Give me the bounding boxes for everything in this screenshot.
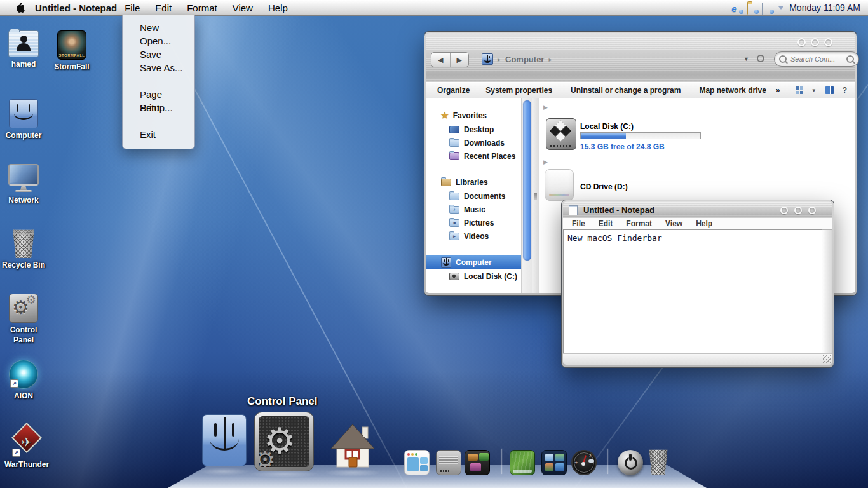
dock-item-finder[interactable] [202,414,247,466]
notepad-text-area[interactable]: New macOS Finderbar [563,229,823,353]
dock-item-hard-drive[interactable] [436,450,461,475]
notepad-tray-icon[interactable] [762,3,773,13]
desktop-preview-icon [510,450,535,475]
menu-format[interactable]: Format [179,3,225,13]
group-expander-icon[interactable]: ▶ [543,104,548,111]
menu-edit[interactable]: Edit [599,219,613,228]
sidebar-scrollbar-thumb[interactable] [523,100,531,261]
window-control-button[interactable] [780,207,788,214]
trash-icon [647,449,670,475]
menu-item-save[interactable]: Save [123,48,194,61]
window-controls[interactable] [797,38,832,46]
sidebar-item-pictures[interactable]: ■ Pictures [426,216,521,229]
window-control-button[interactable] [794,207,802,214]
menu-item-open[interactable]: Open... [123,34,194,48]
toolbar-map-network-drive[interactable]: Map network drive [699,86,766,95]
dock-item-control-panel[interactable]: ⚙⚙ [254,412,314,471]
sidebar-item-desktop[interactable]: Desktop [426,123,521,136]
clock[interactable]: Monday 11:09 AM [789,3,860,13]
toolbar-system-properties[interactable]: System properties [485,86,552,95]
sidebar-item-downloads[interactable]: Downloads [426,136,521,149]
sidebar-item-music[interactable]: ♪ Music [426,203,521,216]
window-controls[interactable] [780,207,816,214]
history-dropdown-icon[interactable]: ▼ [743,56,749,62]
search-box[interactable] [774,51,859,67]
dock-item-home[interactable] [329,422,376,471]
folder-tray-icon[interactable] [747,3,757,13]
sidebar-item-favorites[interactable]: ★ Favorites [426,109,521,122]
desktop-icon-stormfall[interactable]: STORMFALL StormFall [48,30,95,72]
notepad-horizontal-scrollbar[interactable] [563,353,832,365]
notepad-vertical-scrollbar[interactable] [822,229,832,353]
window-control-button[interactable] [824,38,832,46]
cd-drive-icon[interactable] [545,169,574,201]
search-input[interactable] [789,55,844,64]
dock-item-theme-window[interactable] [404,450,430,475]
notepad-titlebar[interactable]: Untitled - Notepad [563,201,832,218]
nav-buttons[interactable]: ◀ ▶ [431,52,469,67]
menu-file[interactable]: File [572,219,585,228]
toolbar-more-chevron[interactable]: » [776,86,780,95]
menu-item-save-as[interactable]: Save As... [123,61,194,74]
desktop-icon-label: Recycle Bin [0,261,47,271]
desktop-icon-control-panel[interactable]: ⚙⚙ Control Panel [0,294,47,345]
dock-item-power[interactable] [618,450,643,475]
desktop-icon-label: WarThunder [0,460,53,470]
dock-item-media-gallery[interactable] [465,450,490,475]
window-control-button[interactable] [811,38,819,46]
sidebar-item-local-disk[interactable]: Local Disk (C:) [426,269,521,283]
toolbar-uninstall-program[interactable]: Uninstall or change a program [571,86,681,95]
menu-help[interactable]: Help [696,219,712,228]
toolbar-organize[interactable]: Organize [437,86,470,95]
desktop-icon-warthunder[interactable]: ✈↗ WarThunder [0,422,53,470]
group-expander-icon[interactable]: ▶ [543,159,548,165]
sidebar-item-computer[interactable]: Computer [426,255,521,269]
menu-item-page-setup[interactable]: Page Setup... [123,88,194,101]
search-icon[interactable] [846,55,854,63]
menu-view[interactable]: View [665,219,682,228]
sidebar-item-documents[interactable]: Documents [426,189,521,203]
chevron-down-icon[interactable] [778,6,783,10]
sidebar-scrollbar-track[interactable] [521,98,533,293]
drive-name[interactable]: CD Drive (D:) [580,182,628,191]
preview-pane-icon[interactable] [825,86,834,94]
internet-explorer-icon[interactable]: e [731,3,742,13]
menu-edit[interactable]: Edit [147,3,179,13]
dock-item-app-tiles[interactable] [541,450,567,475]
view-dropdown-icon[interactable]: ▼ [811,88,817,93]
menu-help[interactable]: Help [261,3,295,13]
resize-grip[interactable] [823,355,831,363]
dock-item-dashboard[interactable]: ♪+ [571,450,597,475]
apple-logo-icon[interactable] [17,3,25,13]
back-button[interactable]: ◀ [431,53,451,67]
menu-format[interactable]: Format [626,219,652,228]
sidebar-item-libraries[interactable]: Libraries [426,175,521,189]
dock-item-trash[interactable] [647,449,670,475]
help-button[interactable]: ? [843,86,847,95]
window-control-button[interactable] [808,207,816,214]
desktop-icon-recycle-bin[interactable]: Recycle Bin [0,229,47,271]
menu-file[interactable]: File [117,3,147,13]
forward-button[interactable]: ▶ [451,53,469,67]
sidebar-item-videos[interactable]: ▸ Videos [426,229,521,243]
chevron-right-icon[interactable]: ▸ [548,56,552,63]
desktop-icon-computer[interactable]: Computer [0,99,47,141]
menu-view[interactable]: View [225,3,261,13]
explorer-titlebar[interactable]: ◀ ▶ ▸ Computer ▸ ▼ [426,33,855,82]
desktop-icon-hamed[interactable]: hamed [0,30,47,70]
breadcrumb[interactable]: ▸ Computer ▸ [482,53,552,65]
menu-item-exit[interactable]: Exit [123,128,194,141]
desktop-icon-aion[interactable]: ↗ AION [0,360,47,402]
desktop-icon-network[interactable]: Network [0,164,47,206]
hard-drive-icon[interactable] [546,118,576,150]
breadcrumb-item[interactable]: Computer [505,55,544,64]
refresh-icon[interactable] [757,55,764,62]
menu-item-print[interactable]: Print... [123,101,194,114]
drive-name[interactable]: Local Disk (C:) [580,122,634,131]
change-view-icon[interactable] [796,86,803,94]
menu-item-new[interactable]: New [123,21,194,34]
dock-item-desktop-preview[interactable] [510,450,535,475]
window-control-button[interactable] [797,38,806,46]
sidebar-item-recent-places[interactable]: Recent Places [426,149,521,163]
computer-icon [482,53,493,65]
